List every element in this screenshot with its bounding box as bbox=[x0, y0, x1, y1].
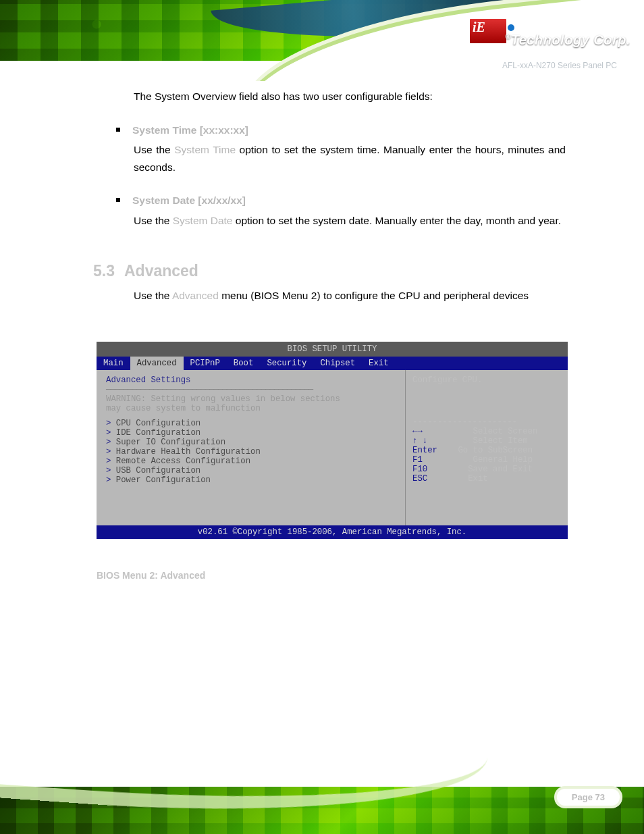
page-number-capsule: Page 73 bbox=[557, 789, 620, 806]
bios-key-row: ↑ ↓ Select Item bbox=[412, 436, 561, 446]
bios-tab-boot[interactable]: Boot bbox=[227, 357, 261, 370]
body-content: The System Overview field also has two u… bbox=[134, 88, 566, 321]
key-desc: Select Screen bbox=[453, 427, 537, 436]
bios-right-rule: --------------------- bbox=[412, 417, 561, 427]
bios-item-remote[interactable]: > Remote Access Configuration bbox=[106, 457, 398, 466]
submenu-arrow-icon: > bbox=[106, 438, 116, 447]
bios-rule: ————————————————————————————————————————… bbox=[106, 385, 398, 394]
field-system-time: System Time bbox=[174, 144, 236, 155]
txt: option to set the system date. Manually … bbox=[232, 215, 561, 226]
submenu-arrow-icon: > bbox=[106, 428, 116, 438]
bios-right-pane: Configure CPU. --------------------- ←→ … bbox=[406, 370, 568, 525]
bullet-label: System Date [xx/xx/xx] bbox=[132, 192, 246, 209]
bullet-label: System Time [xx:xx:xx] bbox=[132, 122, 248, 139]
key-f1: F1 bbox=[412, 455, 453, 465]
bios-item-label: Remote Access Configuration bbox=[116, 457, 250, 466]
bios-item-label: IDE Configuration bbox=[116, 428, 200, 438]
bios-key-row: F10 Save and Exit bbox=[412, 465, 561, 474]
bios-caption: BIOS Menu 2: Advanced bbox=[97, 570, 205, 581]
logo-letter: iE bbox=[473, 20, 485, 34]
advanced-intro: Use the Advanced menu (BIOS Menu 2) to c… bbox=[134, 287, 566, 305]
key-uparrow-downarrow-icon: ↑ ↓ bbox=[412, 436, 453, 446]
key-desc: General Help bbox=[453, 455, 533, 465]
key-desc: Exit bbox=[453, 474, 488, 484]
bios-hint: Configure CPU. bbox=[412, 375, 561, 413]
bios-left-pane: Advanced Settings ——————————————————————… bbox=[97, 370, 406, 525]
brand-text: ®Technology Corp. bbox=[505, 32, 630, 48]
submenu-arrow-icon: > bbox=[106, 466, 116, 475]
bios-left-heading: Advanced Settings bbox=[106, 375, 398, 385]
bios-item-superio[interactable]: > Super IO Configuration bbox=[106, 438, 398, 447]
bios-item-label: Hardware Health Configuration bbox=[116, 447, 261, 457]
bios-screenshot: BIOS SETUP UTILITY Main Advanced PCIPnP … bbox=[97, 342, 568, 539]
intro-paragraph: The System Overview field also has two u… bbox=[134, 88, 566, 105]
menu-advanced: Advanced bbox=[172, 290, 219, 301]
txt: Use the bbox=[134, 290, 172, 301]
bios-tab-advanced[interactable]: Advanced bbox=[130, 357, 184, 370]
submenu-arrow-icon: > bbox=[106, 447, 116, 457]
bullet-system-date-desc: Use the System Date option to set the sy… bbox=[134, 212, 566, 230]
document-title: AFL-xxA-N270 Series Panel PC bbox=[502, 61, 617, 70]
bios-tab-row: Main Advanced PCIPnP Boot Security Chips… bbox=[97, 357, 568, 370]
key-f10: F10 bbox=[412, 465, 453, 474]
brand-name: Technology Corp. bbox=[511, 32, 630, 47]
section-heading: 5.3Advanced bbox=[93, 259, 566, 284]
bios-item-power[interactable]: > Power Configuration bbox=[106, 475, 398, 485]
bios-key-row: ←→ Select Screen bbox=[412, 427, 561, 436]
key-desc: Select Item bbox=[453, 436, 528, 446]
bios-key-row: F1 General Help bbox=[412, 455, 561, 465]
bios-warning-line2: may cause system to malfunction bbox=[106, 404, 398, 413]
bios-footer: v02.61 ©Copyright 1985-2006, American Me… bbox=[97, 525, 568, 539]
bios-item-label: CPU Configuration bbox=[116, 419, 200, 428]
key-desc: Go to SubScreen bbox=[453, 446, 533, 455]
txt: menu (BIOS Menu 2) to configure the CPU … bbox=[219, 290, 529, 301]
bios-key-row: Enter Go to SubScreen bbox=[412, 446, 561, 455]
bios-item-cpu[interactable]: > CPU Configuration bbox=[106, 419, 398, 428]
bios-tab-main[interactable]: Main bbox=[97, 357, 130, 370]
key-desc: Save and Exit bbox=[453, 465, 533, 474]
bios-tab-security[interactable]: Security bbox=[260, 357, 313, 370]
txt: Use the bbox=[134, 215, 173, 226]
bios-tab-chipset[interactable]: Chipset bbox=[313, 357, 362, 370]
field-system-date: System Date bbox=[173, 215, 233, 226]
bios-item-ide[interactable]: > IDE Configuration bbox=[106, 428, 398, 438]
bullet-system-date: System Date [xx/xx/xx] bbox=[116, 192, 566, 209]
section-title: Advanced bbox=[124, 262, 198, 280]
bios-tab-exit[interactable]: Exit bbox=[362, 357, 396, 370]
page-header-graphic: iE ®Technology Corp. AFL-xxA-N270 Series… bbox=[0, 0, 644, 81]
bios-item-label: USB Configuration bbox=[116, 466, 200, 475]
bios-titlebar: BIOS SETUP UTILITY bbox=[97, 342, 568, 357]
bios-body: Advanced Settings ——————————————————————… bbox=[97, 370, 568, 525]
bullet-system-time: System Time [xx:xx:xx] bbox=[116, 122, 566, 139]
submenu-arrow-icon: > bbox=[106, 419, 116, 428]
bios-item-usb[interactable]: > USB Configuration bbox=[106, 466, 398, 475]
bullet-system-time-desc: Use the System Time option to set the sy… bbox=[134, 141, 566, 176]
key-esc: ESC bbox=[412, 474, 453, 484]
submenu-arrow-icon: > bbox=[106, 457, 116, 466]
key-leftarrow-rightarrow-icon: ←→ bbox=[412, 427, 453, 436]
txt: Use the bbox=[134, 144, 174, 155]
spacer bbox=[106, 413, 398, 419]
submenu-arrow-icon: > bbox=[106, 475, 116, 485]
bios-item-label: Super IO Configuration bbox=[116, 438, 225, 447]
bios-tab-pcipnp[interactable]: PCIPnP bbox=[184, 357, 227, 370]
registered-mark: ® bbox=[505, 32, 511, 41]
key-enter: Enter bbox=[412, 446, 453, 455]
bullet-square-icon bbox=[116, 128, 120, 132]
bios-key-row: ESC Exit bbox=[412, 474, 561, 484]
bios-warning-line1: WARNING: Setting wrong values in below s… bbox=[106, 394, 398, 404]
bios-item-label: Power Configuration bbox=[116, 475, 211, 485]
section-number: 5.3 bbox=[93, 262, 115, 280]
bios-item-hwhealth[interactable]: > Hardware Health Configuration bbox=[106, 447, 398, 457]
page-footer-graphic: Page 73 bbox=[0, 753, 644, 834]
bullet-square-icon bbox=[116, 198, 120, 202]
